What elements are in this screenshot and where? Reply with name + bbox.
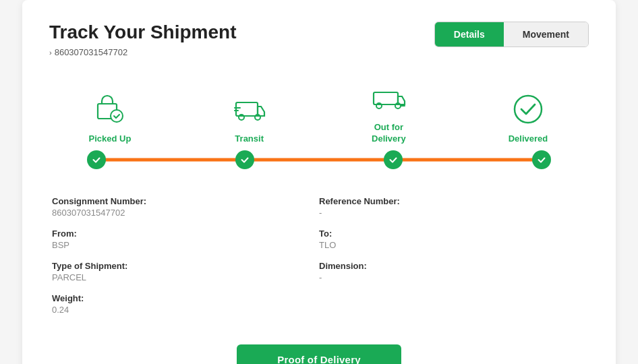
pod-button-row: Proof of Delivery xyxy=(49,344,589,364)
main-card: Track Your Shipment › 860307031547702 De… xyxy=(22,0,616,364)
type-label: Type of Shipment: xyxy=(52,261,308,271)
title-section: Track Your Shipment › 860307031547702 xyxy=(49,22,236,57)
tracking-number-value: 860307031547702 xyxy=(55,47,127,57)
step-out-for-delivery-label: Out for Delivery xyxy=(372,122,406,145)
consignment-number-item: Consignment Number: 860307031547702 xyxy=(52,191,319,223)
svg-rect-5 xyxy=(374,92,398,104)
to-value: TLO xyxy=(319,240,575,250)
tracking-number[interactable]: › 860307031547702 xyxy=(49,47,236,57)
picked-up-icon xyxy=(91,90,129,128)
out-for-delivery-icon xyxy=(370,79,407,117)
from-value: BSP xyxy=(52,240,308,250)
dimension-value: - xyxy=(319,272,575,282)
weight-value: 0.24 xyxy=(52,305,308,315)
chevron-right-icon: › xyxy=(49,49,52,57)
svg-rect-2 xyxy=(236,102,258,116)
proof-of-delivery-button[interactable]: Proof of Delivery xyxy=(237,344,401,364)
header-row: Track Your Shipment › 860307031547702 De… xyxy=(49,22,589,57)
step-delivered-label: Delivered xyxy=(509,133,548,145)
page-title: Track Your Shipment xyxy=(49,22,236,43)
progress-bar-track xyxy=(100,158,538,161)
progress-dot-4 xyxy=(532,150,551,169)
step-delivered: Delivered xyxy=(488,90,569,145)
progress-bar-row xyxy=(49,150,589,169)
weight-item: Weight: 0.24 xyxy=(52,288,319,320)
step-transit-label: Transit xyxy=(235,133,264,145)
tab-bar: Details Movement xyxy=(434,22,589,47)
type-value: PARCEL xyxy=(52,272,308,282)
step-transit: Transit xyxy=(209,90,290,145)
reference-number-item: Reference Number: - xyxy=(319,191,586,223)
svg-point-1 xyxy=(111,110,123,122)
steps-area: Picked Up Transit xyxy=(49,79,589,169)
type-item: Type of Shipment: PARCEL xyxy=(52,255,319,288)
transit-icon xyxy=(231,90,268,128)
delivered-icon xyxy=(509,90,547,128)
step-out-for-delivery: Out for Delivery xyxy=(348,79,429,145)
steps-icons: Picked Up Transit xyxy=(49,79,589,145)
reference-number-value: - xyxy=(319,208,575,218)
progress-dot-2 xyxy=(235,150,254,169)
consignment-number-value: 860307031547702 xyxy=(52,208,308,218)
from-item: From: BSP xyxy=(52,223,319,255)
tab-details[interactable]: Details xyxy=(435,22,504,47)
from-label: From: xyxy=(52,229,308,239)
svg-point-8 xyxy=(515,96,542,123)
details-grid: Consignment Number: 860307031547702 Refe… xyxy=(49,191,589,320)
to-label: To: xyxy=(319,229,575,239)
reference-number-label: Reference Number: xyxy=(319,196,575,206)
consignment-number-label: Consignment Number: xyxy=(52,196,308,206)
to-item: To: TLO xyxy=(319,223,586,255)
step-picked-up-label: Picked Up xyxy=(89,133,132,145)
progress-dot-3 xyxy=(384,150,403,169)
dimension-item: Dimension: - xyxy=(319,255,586,288)
progress-dot-1 xyxy=(87,150,106,169)
weight-label: Weight: xyxy=(52,293,308,303)
tab-movement[interactable]: Movement xyxy=(504,22,588,47)
step-picked-up: Picked Up xyxy=(69,90,150,145)
dimension-label: Dimension: xyxy=(319,261,575,271)
